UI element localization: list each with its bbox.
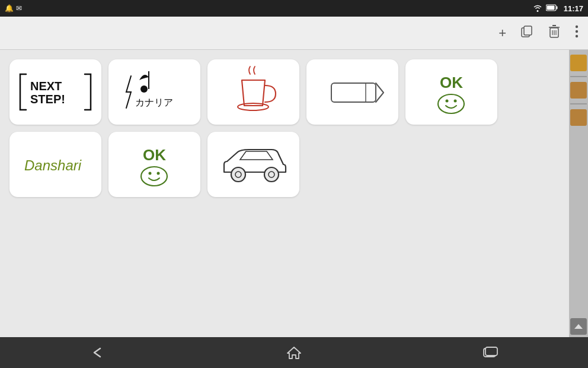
svg-point-28	[141, 167, 167, 186]
main-content: NEXT STEP! カナリア	[0, 50, 569, 337]
notification-icon-2: ✉	[16, 4, 22, 12]
svg-point-17	[140, 85, 148, 93]
sidebar-divider-1	[570, 76, 587, 77]
back-button[interactable]	[74, 341, 122, 364]
cards-grid: NEXT STEP! カナリア	[9, 59, 560, 197]
svg-rect-2	[547, 5, 554, 9]
menu-button[interactable]	[575, 25, 579, 42]
battery-icon	[546, 4, 558, 13]
notification-icon-1: 🔔	[5, 4, 14, 12]
svg-marker-35	[574, 324, 583, 329]
svg-text:OK: OK	[143, 146, 166, 164]
time-display: 11:17	[564, 4, 583, 13]
svg-point-30	[157, 172, 160, 175]
card-kanariya[interactable]: カナリア	[108, 59, 200, 125]
svg-rect-4	[524, 26, 532, 35]
svg-point-31	[231, 167, 245, 182]
svg-point-24	[446, 100, 449, 103]
card-cup[interactable]	[207, 59, 299, 125]
copy-button[interactable]	[520, 25, 533, 41]
svg-point-13	[576, 34, 578, 37]
nav-bar	[0, 337, 588, 368]
card-ok-face[interactable]: OK	[405, 59, 497, 125]
svg-point-29	[149, 172, 152, 175]
svg-point-19	[238, 103, 269, 110]
sidebar-divider-2	[570, 103, 587, 104]
svg-text:OK: OK	[440, 74, 463, 91]
svg-text:カナリア: カナリア	[135, 97, 173, 107]
recents-button[interactable]	[466, 341, 514, 364]
svg-text:STEP!: STEP!	[30, 93, 65, 106]
card-next-step[interactable]: NEXT STEP!	[9, 59, 101, 125]
svg-text:Danshari: Danshari	[24, 157, 82, 173]
svg-point-25	[454, 100, 457, 103]
svg-point-11	[576, 25, 578, 27]
home-button[interactable]	[270, 341, 318, 364]
svg-rect-20	[331, 83, 376, 102]
sidebar	[569, 50, 588, 337]
svg-text:NEXT: NEXT	[30, 80, 62, 93]
delete-button[interactable]	[548, 24, 561, 42]
sidebar-scroll-up-button[interactable]	[570, 318, 587, 335]
sidebar-folder-3[interactable]	[570, 109, 587, 126]
svg-rect-37	[485, 347, 497, 356]
card-pencil[interactable]	[306, 59, 398, 125]
svg-rect-1	[556, 6, 557, 9]
wifi-icon	[533, 4, 542, 14]
sidebar-folder-1[interactable]	[570, 55, 587, 71]
status-bar: 🔔 ✉ 11:17	[0, 0, 588, 17]
svg-point-23	[438, 94, 464, 113]
add-button[interactable]: +	[498, 26, 506, 41]
toolbar: +	[0, 17, 588, 50]
card-ok-face-small[interactable]: OK	[108, 132, 200, 197]
svg-point-33	[264, 167, 279, 182]
svg-point-12	[576, 30, 578, 32]
card-car[interactable]	[207, 132, 299, 197]
sidebar-folder-2[interactable]	[570, 82, 587, 99]
card-danshari[interactable]: Danshari	[9, 132, 101, 197]
